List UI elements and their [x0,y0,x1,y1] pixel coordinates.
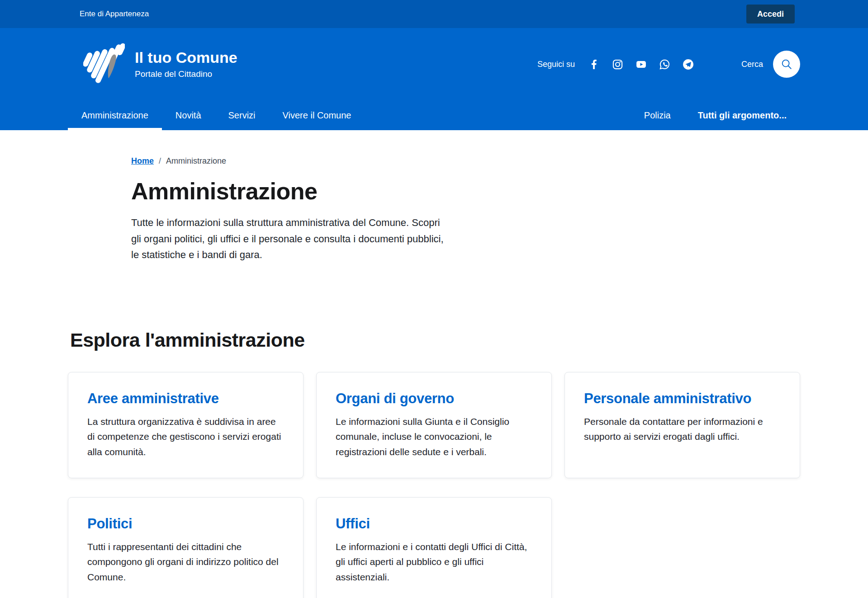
cards-grid: Aree amministrative La struttura organiz… [68,372,800,598]
search-button[interactable] [773,51,800,78]
card-title[interactable]: Aree amministrative [87,391,284,407]
nav-item-polizia[interactable]: Polizia [631,100,684,130]
header-right-cluster: Seguici su [537,51,800,78]
site-title-block: Il tuo Comune Portale del Cittadino [135,49,237,79]
search-label: Cerca [741,60,763,69]
telegram-icon[interactable] [683,59,694,70]
card-description: Personale da contattare per informazioni… [584,414,781,444]
card-description: La struttura organizzativa è suddivisa i… [87,414,284,460]
search-icon [780,58,793,71]
card-title[interactable]: Personale amministrativo [584,391,781,407]
instagram-icon[interactable] [612,59,623,70]
section-title: Esplora l'amministrazione [70,329,800,351]
breadcrumb-current: Amministrazione [166,156,226,166]
social-links [588,59,694,70]
card-politici[interactable]: Politici Tutti i rappresentanti dei citt… [68,497,304,598]
breadcrumb-home-link[interactable]: Home [131,156,154,166]
site-header: Il tuo Comune Portale del Cittadino Segu… [0,28,868,130]
page-title: Amministrazione [131,178,800,205]
main-navigation: Amministrazione Novità Servizi Vivere il… [68,100,800,130]
card-title[interactable]: Politici [87,516,284,532]
site-brand[interactable]: Il tuo Comune Portale del Cittadino [83,40,237,88]
card-aree-amministrative[interactable]: Aree amministrative La struttura organiz… [68,372,304,478]
login-button[interactable]: Accedi [746,5,795,24]
card-description: Tutti i rappresentanti dei cittadini che… [87,539,284,585]
card-uffici[interactable]: Uffici Le informazioni e i contatti degl… [316,497,552,598]
top-slim-bar: Ente di Apparteneza Accedi [0,0,868,28]
whatsapp-icon[interactable] [659,59,670,70]
card-title[interactable]: Organi di governo [336,391,532,407]
site-subtitle: Portale del Cittadino [135,69,237,79]
card-description: Le informazioni sulla Giunta e il Consig… [336,414,532,460]
follow-label: Seguici su [537,60,575,69]
nav-secondary: Polizia Tutti gli argomento... [631,100,800,130]
nav-item-vivere-il-comune[interactable]: Vivere il Comune [269,100,365,130]
nav-item-servizi[interactable]: Servizi [215,100,269,130]
youtube-icon[interactable] [636,59,647,70]
comune-logo-icon [83,40,125,88]
card-title[interactable]: Uffici [336,516,532,532]
card-personale-amministrativo[interactable]: Personale amministrativo Personale da co… [564,372,800,478]
entity-label: Ente di Apparteneza [68,9,149,19]
nav-item-amministrazione[interactable]: Amministrazione [68,100,162,130]
main-content: Home / Amministrazione Amministrazione T… [0,156,868,598]
breadcrumb: Home / Amministrazione [131,156,800,166]
card-description: Le informazioni e i contatti degli Uffic… [336,539,532,585]
facebook-icon[interactable] [588,59,600,70]
nav-item-novita[interactable]: Novità [162,100,215,130]
breadcrumb-separator: / [159,156,161,166]
nav-item-tutti-gli-argomenti[interactable]: Tutti gli argomento... [684,100,800,130]
page-intro: Tutte le informazioni sulla struttura am… [131,215,448,263]
site-title: Il tuo Comune [135,49,237,66]
card-organi-di-governo[interactable]: Organi di governo Le informazioni sulla … [316,372,552,478]
